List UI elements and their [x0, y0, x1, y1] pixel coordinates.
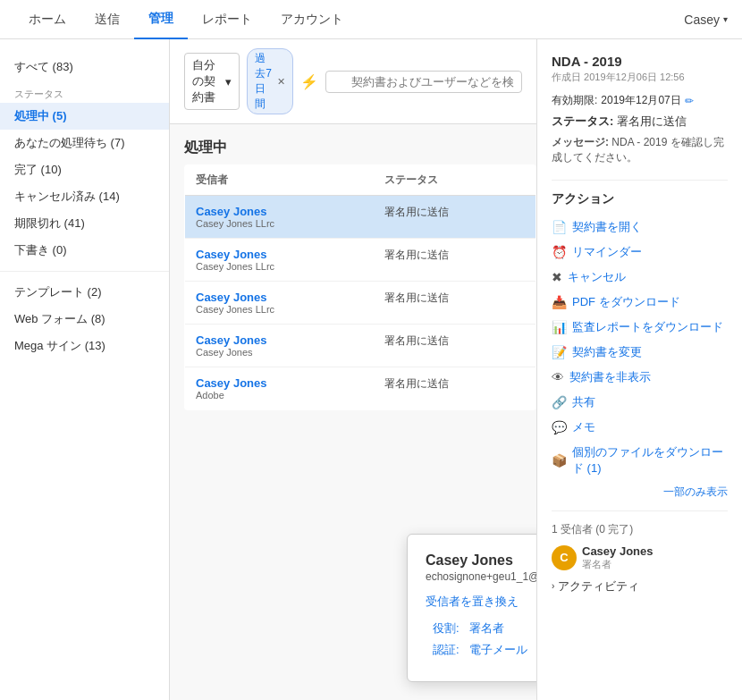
- sidebar-item-templates[interactable]: テンプレート (2): [0, 279, 169, 306]
- table-row[interactable]: Casey Jones Casey Jones 署名用に送信: [185, 325, 536, 367]
- sidebar-item-webforms[interactable]: Web フォーム (8): [0, 306, 169, 333]
- nav-item-account[interactable]: アカウント: [266, 0, 358, 39]
- action-契約書を非表示[interactable]: 👁契約書を非表示: [552, 365, 728, 390]
- role-label: 役割:: [433, 621, 460, 635]
- col-header-status: ステータス: [374, 165, 535, 196]
- sidebar-label-status: ステータス: [0, 80, 169, 103]
- popup-email: echosignone+geu1_1@gmail.com: [426, 570, 536, 583]
- status-value: 署名用に送信: [617, 114, 687, 128]
- user-menu[interactable]: Casey ▾: [684, 13, 728, 27]
- right-panel: NDA - 2019 作成日 2019年12月06日 12:56 有効期限: 2…: [536, 39, 742, 700]
- auth-label: 認証:: [433, 643, 460, 656]
- contract-dropdown[interactable]: 自分の契約書 ▾: [184, 53, 240, 110]
- message-field: メッセージ: NDA - 2019 を確認し完成してください。: [552, 135, 728, 165]
- table-row[interactable]: Casey Jones Adobe 署名用に送信: [185, 367, 536, 410]
- action-icon: 💬: [552, 420, 567, 434]
- action-監査レポートをダウンロード[interactable]: 📊監査レポートをダウンロード: [552, 315, 728, 340]
- popup-role: 役割: 署名者: [426, 620, 536, 637]
- remove-tag-icon[interactable]: ✕: [277, 76, 285, 88]
- filter-icon[interactable]: ⚡: [300, 73, 318, 90]
- activity-toggle[interactable]: › アクティビティ: [552, 578, 728, 595]
- status-badge: 署名用に送信: [384, 377, 449, 390]
- popup-name: Casey Jones: [426, 552, 536, 569]
- nav-item-manage[interactable]: 管理: [134, 0, 188, 39]
- sidebar-item-draft[interactable]: 下書き (0): [0, 237, 169, 264]
- search-wrapper: 🔍: [325, 71, 522, 93]
- action-メモ[interactable]: 💬メモ: [552, 415, 728, 440]
- recipients-title: 1 受信者 (0 完了): [552, 522, 728, 537]
- recipient-name: Casey Jones: [196, 376, 363, 390]
- action-label: 契約書を変更: [572, 344, 642, 360]
- actions-list: 📄契約書を開く⏰リマインダー✖キャンセル📥PDF をダウンロード📊監査レポートを…: [552, 215, 728, 481]
- action-契約書を開く[interactable]: 📄契約書を開く: [552, 215, 728, 240]
- show-partial-link[interactable]: 一部のみ表示: [552, 485, 728, 500]
- col-header-recipient: 受信者: [185, 165, 375, 196]
- activity-label: アクティビティ: [558, 578, 639, 595]
- status-badge: 署名用に送信: [384, 291, 449, 304]
- sidebar-item-expired[interactable]: 期限切れ (41): [0, 210, 169, 237]
- recipient-name-panel: Casey Jones: [582, 544, 653, 558]
- table-row[interactable]: Casey Jones Casey Jones LLrc 署名用に送信: [185, 196, 536, 239]
- search-input[interactable]: [325, 71, 522, 93]
- sidebar-item-in-progress[interactable]: 処理中 (5): [0, 103, 169, 130]
- recipient-company: Casey Jones LLrc: [196, 218, 363, 229]
- role-value: 署名者: [469, 621, 504, 635]
- action-label: メモ: [572, 419, 595, 435]
- nav-item-send[interactable]: 送信: [80, 0, 134, 39]
- status-field: ステータス: 署名用に送信: [552, 114, 728, 130]
- action-icon: 👁: [552, 370, 564, 384]
- action-リマインダー[interactable]: ⏰リマインダー: [552, 240, 728, 265]
- status-badge: 署名用に送信: [384, 206, 449, 218]
- action-共有[interactable]: 🔗共有: [552, 390, 728, 415]
- recipient-row: C Casey Jones 署名者: [552, 544, 728, 571]
- sidebar-item-completed[interactable]: 完了 (10): [0, 156, 169, 183]
- recipient-name: Casey Jones: [196, 248, 363, 261]
- recipient-company: Casey Jones LLrc: [196, 261, 363, 272]
- dropdown-chevron-icon: ▾: [225, 75, 232, 89]
- sidebar-item-cancelled[interactable]: キャンセル済み (14): [0, 183, 169, 210]
- action-個別のファイルをダウンロード-(1)[interactable]: 📦個別のファイルをダウンロード (1): [552, 440, 728, 481]
- replace-recipient-link[interactable]: 受信者を置き換え: [426, 594, 536, 610]
- action-label: 契約書を開く: [572, 219, 642, 235]
- action-icon: ⏰: [552, 245, 567, 259]
- action-icon: 📄: [552, 220, 567, 234]
- actions-title: アクション: [552, 191, 728, 207]
- action-キャンセル[interactable]: ✖キャンセル: [552, 265, 728, 290]
- action-icon: ✖: [552, 270, 562, 284]
- table-row[interactable]: Casey Jones Casey Jones LLrc 署名用に送信: [185, 282, 536, 325]
- sidebar-item-megasign[interactable]: Mega サイン (13): [0, 333, 169, 359]
- message-label: メッセージ:: [552, 136, 609, 148]
- nav-item-report[interactable]: レポート: [188, 0, 266, 39]
- nav-item-home[interactable]: ホーム: [14, 0, 80, 39]
- date-filter-tag[interactable]: 過去7日間 ✕: [247, 48, 293, 114]
- recipient-name: Casey Jones: [196, 205, 363, 218]
- action-label: 監査レポートをダウンロード: [572, 319, 723, 335]
- expiry-value: 2019年12月07日: [601, 93, 680, 108]
- chevron-down-icon: ▾: [723, 14, 728, 24]
- table-row[interactable]: Casey Jones Casey Jones LLrc 署名用に送信: [185, 239, 536, 282]
- action-icon: 📝: [552, 345, 567, 359]
- recipient-info: Casey Jones 署名者: [582, 544, 653, 571]
- expiry-edit-icon[interactable]: ✏: [685, 95, 694, 107]
- auth-value: 電子メール: [469, 643, 527, 656]
- recipients-list: C Casey Jones 署名者: [552, 544, 728, 571]
- recipient-company: Casey Jones: [196, 347, 363, 358]
- action-icon: 📊: [552, 320, 567, 334]
- action-label: 共有: [572, 394, 595, 410]
- contract-title: NDA - 2019: [552, 54, 728, 69]
- center-content: 処理中 受信者 ステータス Casey Jones Casey Jones LL…: [170, 124, 536, 700]
- action-label: リマインダー: [572, 244, 642, 260]
- status-badge: 署名用に送信: [384, 334, 449, 347]
- contract-created-date: 作成日 2019年12月06日 12:56: [552, 71, 728, 84]
- status-badge: 署名用に送信: [384, 249, 449, 261]
- sidebar-item-waiting[interactable]: あなたの処理待ち (7): [0, 130, 169, 156]
- expiry-field: 有効期限: 2019年12月07日 ✏: [552, 93, 728, 108]
- recipient-avatar: C: [552, 545, 577, 570]
- sidebar-item-all[interactable]: すべて (83): [0, 54, 169, 80]
- action-契約書を変更[interactable]: 📝契約書を変更: [552, 340, 728, 365]
- filter-bar: 自分の契約書 ▾ 過去7日間 ✕ ⚡ 🔍: [170, 39, 536, 124]
- action-label: キャンセル: [568, 269, 626, 285]
- popup-auth: 認証: 電子メール 編集: [426, 642, 536, 658]
- table-title: 処理中: [184, 124, 536, 164]
- action-PDF-をダウンロード[interactable]: 📥PDF をダウンロード: [552, 290, 728, 315]
